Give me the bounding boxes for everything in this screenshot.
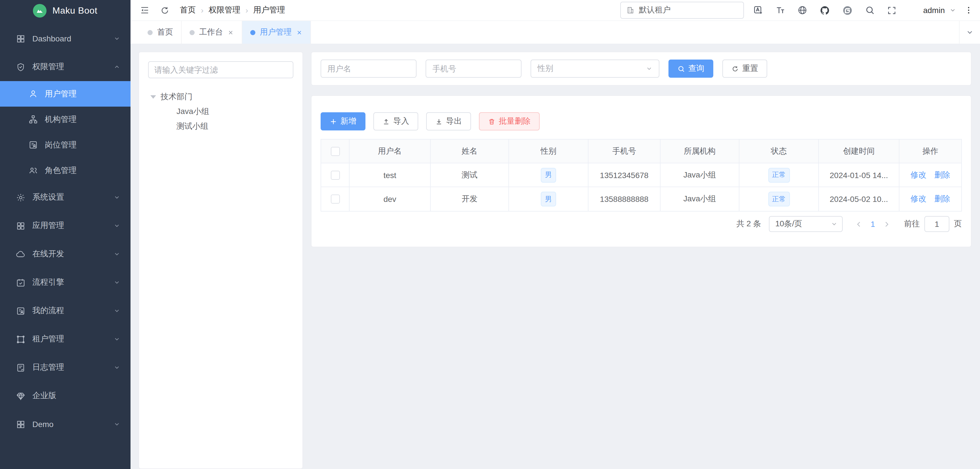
sidebar-item-label: 流程引擎 (32, 277, 64, 288)
page-number[interactable]: 1 (870, 219, 875, 228)
badge-icon (29, 140, 38, 150)
select-all-checkbox[interactable] (331, 147, 340, 156)
select-all-cell (321, 139, 350, 163)
settings-dots-icon[interactable] (964, 6, 973, 15)
cell-mobile: 13512345678 (589, 163, 660, 187)
sidebar-item-permission[interactable]: 权限管理 (0, 53, 130, 81)
row-checkbox[interactable] (331, 170, 340, 179)
tree-node-test[interactable]: 测试小组 (148, 119, 293, 134)
batch-delete-button[interactable]: 批量删除 (479, 112, 540, 130)
cell-created: 2024-05-02 10... (819, 187, 899, 211)
github-icon[interactable] (819, 5, 830, 16)
sidebar-item-role-mgmt[interactable]: 角色管理 (0, 158, 130, 183)
query-label: 查询 (688, 63, 704, 74)
sidebar-item-post-mgmt[interactable]: 岗位管理 (0, 132, 130, 158)
gitee-icon[interactable] (842, 5, 853, 16)
sidebar-item-app-mgmt[interactable]: 应用管理 (0, 212, 130, 240)
apps-icon (16, 221, 25, 231)
tab-bar: 首页 工作台 用户管理 (130, 21, 980, 44)
batch-delete-label: 批量删除 (499, 116, 531, 127)
tab-dot (250, 30, 255, 35)
sidebar-item-demo[interactable]: Demo (0, 410, 130, 438)
row-checkbox[interactable] (331, 195, 340, 204)
user-table-panel: 新增 导入 导出 批量删除 (311, 95, 972, 247)
user-icon (29, 89, 38, 99)
breadcrumb-separator: › (201, 6, 204, 15)
org-tree: 技术部门 Java小组 测试小组 (148, 90, 293, 134)
cell-gender: 男 (509, 187, 589, 211)
breadcrumb-permission[interactable]: 权限管理 (208, 5, 240, 15)
sidebar-item-online-dev[interactable]: 在线开发 (0, 240, 130, 268)
sidebar-item-label: 企业版 (32, 391, 56, 401)
close-icon[interactable] (296, 29, 302, 35)
sidebar-item-system-settings[interactable]: 系统设置 (0, 183, 130, 212)
sidebar-item-label: 岗位管理 (45, 140, 76, 150)
menu-collapse-icon[interactable] (140, 5, 150, 15)
user-menu[interactable]: admin (904, 3, 956, 18)
cell-gender: 男 (509, 163, 589, 187)
tree-node-root[interactable]: 技术部门 (148, 90, 293, 105)
sidebar-item-tenant-mgmt[interactable]: 租户管理 (0, 325, 130, 353)
tree-node-java[interactable]: Java小组 (148, 105, 293, 119)
reset-button[interactable]: 重置 (722, 60, 767, 78)
sidebar-item-user-mgmt[interactable]: 用户管理 (0, 81, 130, 107)
username-input[interactable] (328, 64, 410, 73)
sidebar-item-org-mgmt[interactable]: 机构管理 (0, 107, 130, 132)
logo-mountain-icon (33, 4, 47, 17)
goto-page-input[interactable] (924, 216, 949, 232)
column-header: 姓名 (431, 139, 509, 163)
reset-label: 重置 (742, 63, 758, 74)
sidebar-item-log-mgmt[interactable]: 日志管理 (0, 353, 130, 382)
tenant-select[interactable]: 默认租户 (620, 2, 744, 19)
tab-home[interactable]: 首页 (140, 21, 181, 44)
breadcrumb-user-mgmt[interactable]: 用户管理 (253, 5, 285, 15)
cell-org: Java小组 (660, 187, 740, 211)
sidebar-item-label: 系统设置 (32, 192, 64, 203)
prev-page-icon[interactable] (855, 220, 862, 228)
cell-status: 正常 (740, 187, 819, 211)
row-select-cell (321, 187, 350, 211)
tab-workbench[interactable]: 工作台 (181, 21, 242, 44)
sidebar-item-enterprise[interactable]: 企业版 (0, 382, 130, 410)
globe-icon[interactable] (797, 5, 808, 15)
edit-link[interactable]: 修改 (910, 170, 926, 180)
caret-down-icon[interactable] (150, 95, 156, 99)
translate-icon[interactable] (753, 5, 763, 15)
font-size-icon[interactable] (775, 5, 785, 15)
sidebar-item-workflow-engine[interactable]: 流程引擎 (0, 268, 130, 296)
refresh-icon[interactable] (160, 5, 170, 15)
org-tree-panel: 技术部门 Java小组 测试小组 (138, 52, 303, 469)
user-table: 用户名 姓名 性别 手机号 所属机构 状态 创建时间 操作 test 测试 男 … (321, 139, 962, 212)
tree-filter-input[interactable] (148, 61, 293, 78)
sidebar: Maku Boot Dashboard 权限管理 用户管理 机构管理 (0, 0, 130, 469)
tab-options-dropdown[interactable] (959, 21, 980, 44)
fullscreen-icon[interactable] (887, 5, 897, 15)
gender-select[interactable]: 性别 (531, 60, 659, 78)
cell-actions: 修改 删除 (899, 187, 961, 211)
tab-label: 用户管理 (260, 27, 292, 37)
edit-link[interactable]: 修改 (910, 194, 926, 204)
breadcrumb: 首页 › 权限管理 › 用户管理 (180, 5, 285, 15)
search-bar: 性别 查询 重置 (311, 52, 972, 86)
close-icon[interactable] (228, 29, 234, 35)
page-unit-label: 页 (954, 219, 962, 229)
breadcrumb-home[interactable]: 首页 (180, 5, 196, 15)
sidebar-item-my-flows[interactable]: 我的流程 (0, 296, 130, 325)
mobile-input[interactable] (433, 64, 515, 73)
export-button[interactable]: 导出 (426, 112, 471, 130)
chevron-down-icon (113, 336, 120, 342)
delete-link[interactable]: 删除 (934, 194, 950, 204)
sidebar-menu: Dashboard 权限管理 用户管理 机构管理 岗位管理 (0, 22, 130, 438)
add-button[interactable]: 新增 (321, 112, 366, 130)
query-button[interactable]: 查询 (668, 60, 713, 78)
page-size-select[interactable]: 10条/页 (769, 216, 843, 232)
gear-icon (16, 193, 25, 202)
import-button[interactable]: 导入 (373, 112, 418, 130)
sidebar-item-label: Demo (32, 420, 54, 429)
tab-user-mgmt[interactable]: 用户管理 (242, 21, 311, 44)
search-icon[interactable] (865, 5, 875, 15)
sidebar-item-dashboard[interactable]: Dashboard (0, 24, 130, 53)
delete-link[interactable]: 删除 (934, 170, 950, 180)
next-page-icon[interactable] (883, 220, 890, 228)
grid-icon (16, 419, 25, 429)
